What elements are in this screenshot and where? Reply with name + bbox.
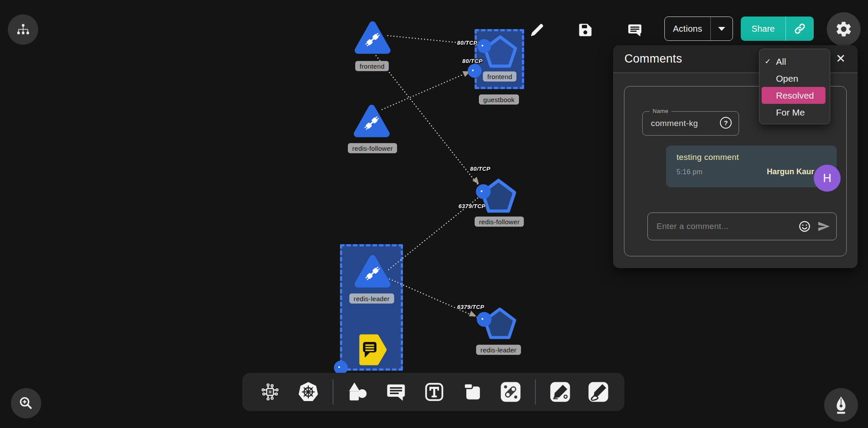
share-button[interactable]: Share [741, 17, 814, 41]
magnifier-plus-icon [17, 394, 35, 412]
comments-filter-menu: ✓ All Open Resolved For Me [759, 49, 830, 124]
avatar: H [814, 165, 841, 192]
pen-mode-button[interactable] [824, 388, 858, 422]
edge-arrowhead [469, 311, 476, 316]
bottom-toolbar [242, 373, 624, 411]
hierarchy-view-button[interactable] [8, 14, 38, 45]
close-icon[interactable]: ✕ [833, 51, 848, 66]
floppy-disk-icon [577, 22, 594, 38]
connector-tool[interactable] [500, 381, 521, 403]
edge-label-6379tcp: 6379/TCP [459, 203, 486, 209]
comment-input[interactable] [648, 222, 798, 231]
filter-option-label: Resolved [776, 90, 825, 101]
port-circle[interactable] [477, 39, 491, 53]
name-field[interactable]: Name comment-kg ? [642, 111, 739, 136]
edit-button[interactable] [529, 22, 545, 38]
edge-label-80tcp: 80/TCP [462, 58, 482, 64]
actions-label: Actions [665, 24, 710, 34]
filter-option-label: All [776, 56, 830, 67]
frame-tool[interactable] [462, 381, 483, 403]
toolbar-divider [333, 379, 333, 405]
service-triangle-icon [353, 103, 390, 138]
kubernetes-tool[interactable] [297, 381, 319, 403]
label-service-redis-follower: redis-follower [348, 143, 397, 153]
pen-nib-icon [831, 395, 851, 415]
pencil-icon [529, 22, 545, 38]
edge-label-80tcp: 80/TCP [470, 166, 490, 172]
copy-link-button[interactable] [786, 17, 814, 41]
port-circle[interactable] [477, 312, 492, 327]
panel-title: Comments [624, 52, 682, 66]
send-icon[interactable] [817, 220, 830, 233]
annotation-comment-icon[interactable] [356, 333, 388, 366]
actions-button[interactable]: Actions [664, 17, 733, 41]
pen-tool[interactable] [549, 381, 571, 403]
filter-option-resolved[interactable]: Resolved [762, 87, 825, 104]
filter-option-all[interactable]: ✓ All [759, 53, 830, 70]
label-pod-redis-leader: redis-leader [476, 345, 521, 355]
actions-dropdown-toggle[interactable] [711, 17, 733, 40]
comment-author: Hargun Kaur [767, 167, 814, 176]
name-field-value: comment-kg [651, 119, 698, 128]
zoom-in-button[interactable] [11, 388, 41, 418]
save-button[interactable] [577, 22, 594, 38]
edge-label-6379tcp: 6379/TCP [457, 304, 485, 310]
filter-option-label: For Me [776, 107, 830, 118]
scribble-tool[interactable] [587, 381, 609, 403]
filter-option-label: Open [776, 73, 830, 84]
caret-down-icon [718, 27, 725, 31]
node-service-redis-leader[interactable] [354, 254, 391, 289]
service-triangle-icon [354, 20, 391, 55]
comment-input-container [647, 212, 837, 240]
label-pod-frontend: frontend [483, 72, 516, 82]
link-icon [793, 22, 806, 35]
app-screen: frontend frontend guestbook redis-follow… [0, 0, 868, 428]
comment-tool[interactable] [385, 381, 407, 403]
node-service-frontend[interactable] [354, 20, 391, 55]
edge-frontend-redis-follower-pod [376, 56, 479, 186]
yellow-annotation-icon [356, 333, 388, 366]
check-icon: ✓ [759, 57, 776, 66]
port-circle[interactable] [476, 184, 491, 199]
port-circle[interactable] [468, 64, 482, 78]
filter-option-for-me[interactable]: For Me [759, 104, 830, 121]
label-group-guestbook: guestbook [479, 95, 519, 105]
comment-bubble-icon [627, 22, 643, 38]
edge-label-80tcp: 80/TCP [457, 40, 477, 46]
edge-redis-follower-guestbook [382, 71, 472, 109]
share-label: Share [741, 17, 785, 41]
service-triangle-icon [354, 254, 391, 289]
edge-arrowhead [472, 177, 479, 184]
label-service-redis-leader: redis-leader [350, 294, 394, 304]
hierarchy-tree-icon [14, 21, 32, 38]
text-tool[interactable] [423, 381, 445, 403]
settings-button[interactable] [827, 12, 861, 46]
comment-text: testing comment [677, 153, 739, 162]
shapes-tool[interactable] [347, 381, 369, 403]
help-icon[interactable]: ? [720, 117, 732, 129]
label-service-frontend: frontend [355, 61, 389, 71]
comment-item[interactable]: testing comment 5:16 pm Hargun Kaur [666, 146, 837, 187]
emoji-icon[interactable] [798, 220, 811, 233]
comments-toggle-button[interactable] [627, 22, 643, 38]
name-field-label: Name [650, 108, 671, 114]
filter-option-open[interactable]: Open [759, 70, 830, 87]
gear-icon [835, 20, 853, 38]
node-graph-tool[interactable] [259, 381, 281, 403]
node-service-redis-follower[interactable] [353, 103, 390, 138]
label-pod-redis-follower: redis-follower [475, 217, 524, 227]
comment-timestamp: 5:16 pm [677, 168, 703, 176]
toolbar-divider [535, 379, 536, 405]
